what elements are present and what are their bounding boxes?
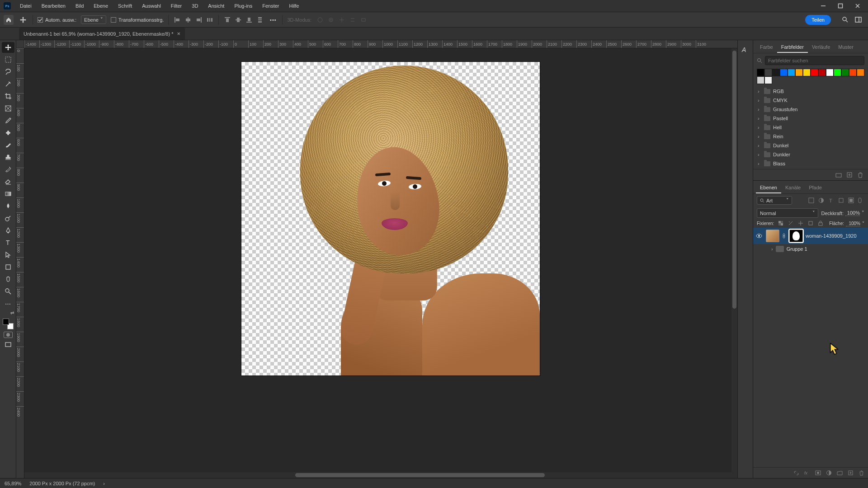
status-caret-icon[interactable]: › [103,481,105,486]
group-caret-icon[interactable]: › [771,246,773,252]
distribute-v-button[interactable] [256,16,264,24]
new-group-icon[interactable] [835,172,842,178]
layer-kind-dropdown[interactable]: Art ˅ [757,196,792,205]
swatch-folder-row[interactable]: ›Graustufen [753,105,868,114]
filter-smart-icon[interactable] [848,197,854,204]
swatch-folder-row[interactable]: ›Pastell [753,114,868,123]
tab-gradients[interactable]: Verläufe [808,42,834,53]
swatch-folder-row[interactable]: ›Dunkel [753,141,868,150]
3d-slide-icon[interactable] [349,16,357,24]
menu-help[interactable]: Hilfe [284,1,303,10]
distribute-h-button[interactable] [206,16,214,24]
document-canvas[interactable] [241,62,540,375]
workspace-icon[interactable] [855,16,862,23]
filter-toggle-icon[interactable] [858,197,864,204]
swatch[interactable] [757,69,764,76]
swatch-folder-row[interactable]: ›RGB [753,87,868,96]
swatch-folder-row[interactable]: ›Hell [753,123,868,132]
magic-wand-tool[interactable] [2,79,14,89]
menu-edit[interactable]: Bearbeiten [37,1,70,10]
home-button[interactable] [4,15,14,25]
3d-roll-icon[interactable] [327,16,335,24]
link-layers-icon[interactable] [793,470,799,476]
filter-adjust-icon[interactable] [818,197,825,204]
ruler-vertical[interactable]: 0100200300400500600700800900100011001200… [16,48,24,478]
dodge-tool[interactable] [2,213,14,224]
align-bottom-button[interactable] [245,16,253,24]
menu-window[interactable]: Fenster [258,1,283,10]
layer-row[interactable]: › Gruppe 1 [753,244,868,254]
swatch-folder-row[interactable]: ›Blass [753,159,868,168]
swatch[interactable] [834,69,841,76]
menu-view[interactable]: Ansicht [203,1,229,10]
swatch[interactable] [764,69,772,76]
canvas-scrollbar-vertical[interactable] [731,48,737,478]
canvas-scrollbar-horizontal[interactable] [24,472,737,478]
tab-paths[interactable]: Pfade [805,183,826,193]
zoom-tool[interactable] [2,286,14,297]
align-left-button[interactable] [173,16,181,24]
shape-tool[interactable] [2,262,14,272]
3d-pan-icon[interactable] [338,16,346,24]
add-mask-icon[interactable] [815,470,821,476]
delete-swatch-icon[interactable] [857,172,863,178]
lock-transparency-icon[interactable] [778,221,784,226]
fill-value[interactable]: 100% [846,221,860,226]
layer-name[interactable]: Gruppe 1 [787,246,807,252]
opacity-control[interactable]: Deckkraft: 100% ˅ [821,210,864,216]
blur-tool[interactable] [2,201,14,211]
new-swatch-icon[interactable] [846,172,853,178]
swatch[interactable] [780,69,788,76]
align-right-button[interactable] [195,16,203,24]
ruler-horizontal[interactable]: -1400-1300-1200-1100-1000-900-800-700-60… [16,40,737,48]
maximize-button[interactable] [837,3,844,9]
foreground-background-colors[interactable] [3,319,14,329]
swap-colors-icon[interactable]: ⇄ [10,310,14,315]
swatch[interactable] [826,69,834,76]
mask-link-icon[interactable] [782,233,787,239]
hand-tool[interactable] [2,274,14,285]
menu-filter[interactable]: Filter [166,1,186,10]
swatch[interactable] [795,69,803,76]
3d-orbit-icon[interactable] [316,16,324,24]
type-tool[interactable]: T [2,237,14,248]
more-align-button[interactable]: ••• [269,15,278,24]
stamp-tool[interactable] [2,152,14,163]
menu-select[interactable]: Auswahl [137,1,165,10]
filter-type-icon[interactable]: T [828,197,835,204]
pen-tool[interactable] [2,225,14,236]
layer-mask-thumbnail[interactable] [789,230,803,242]
auto-select-checkbox[interactable]: Autom. ausw.: [38,17,76,23]
eraser-tool[interactable] [2,176,14,187]
new-layer-icon[interactable] [848,470,854,476]
menu-type[interactable]: Schrift [113,1,137,10]
swatch[interactable] [849,69,857,76]
menu-3d[interactable]: 3D [187,1,203,10]
share-button[interactable]: Teilen [805,15,831,25]
lock-position-icon[interactable] [798,221,804,226]
menu-layer[interactable]: Ebene [89,1,113,10]
lock-image-icon[interactable] [788,221,794,226]
adjustment-layer-icon[interactable] [826,470,832,476]
tab-close-icon[interactable]: × [177,30,180,37]
lasso-tool[interactable] [2,66,14,77]
tab-swatches[interactable]: Farbfelder [777,42,808,53]
frame-tool[interactable] [2,103,14,114]
swatches-search-input[interactable] [765,56,864,65]
layer-row[interactable]: woman-1439909_1920 [753,228,868,244]
opacity-value[interactable]: 100% [845,210,860,216]
align-top-button[interactable] [223,16,231,24]
screen-mode-button[interactable] [2,339,14,350]
healing-tool[interactable] [2,127,14,138]
move-tool[interactable] [2,42,14,53]
layer-name[interactable]: woman-1439909_1920 [806,233,857,239]
layer-visibility-toggle[interactable] [756,234,763,238]
tab-channels[interactable]: Kanäle [781,183,805,193]
crop-tool[interactable] [2,91,14,102]
3d-zoom-icon[interactable] [359,16,368,24]
fill-control[interactable]: Fläche: 100% ˅ [829,221,864,226]
history-brush-tool[interactable] [2,164,14,175]
brush-tool[interactable] [2,140,14,150]
align-hcenter-button[interactable] [184,16,192,24]
search-icon[interactable] [842,16,849,23]
